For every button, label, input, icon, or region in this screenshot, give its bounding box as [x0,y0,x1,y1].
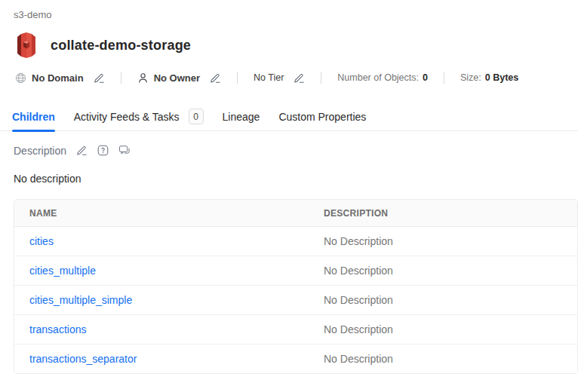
domain-label: No Domain [32,72,84,84]
child-link[interactable]: cities [29,235,54,247]
divider [237,72,238,84]
request-description-button[interactable] [97,145,109,156]
child-link[interactable]: transactions_separator [29,353,137,365]
column-header-name: NAME [14,200,309,227]
globe-icon [15,72,26,84]
breadcrumb: s3-demo [0,0,578,20]
tab-label: Children [12,111,55,123]
user-icon [137,72,149,84]
edit-description-button[interactable] [76,145,88,156]
s3-bucket-icon [15,32,38,58]
child-link[interactable]: cities_multiple_simple [29,294,132,306]
edit-owner-button[interactable] [210,72,221,84]
table-row: cities_multiple No Description [14,256,577,286]
comments-icon [118,145,131,156]
child-description: No Description [309,256,577,286]
size-label: Size: [460,72,481,83]
owner-label: No Owner [154,72,200,84]
column-header-description: DESCRIPTION [309,200,577,227]
breadcrumb-service-link[interactable]: s3-demo [14,9,52,20]
edit-pencil-icon [210,72,221,84]
divider [444,72,444,84]
table-row: transactions_separator No Description [14,345,577,374]
table-row: cities No Description [14,227,577,256]
tab-lineage[interactable]: Lineage [223,103,260,131]
tab-label: Activity Feeds & Tasks [74,111,180,123]
table-row: cities_multiple_simple No Description [14,286,577,315]
size-info: Size: 0 Bytes [460,72,518,83]
tier-info: No Tier [254,72,305,84]
question-icon [97,145,109,156]
edit-tier-button[interactable] [294,72,305,84]
tab-children[interactable]: Children [12,103,55,131]
description-label: Description [14,145,66,157]
tab-bar: Children Activity Feeds & Tasks 0 Lineag… [0,103,578,131]
divider [321,72,321,84]
child-description: No Description [309,345,577,374]
tier-label: No Tier [254,72,284,83]
table-header-row: NAME DESCRIPTION [14,200,577,227]
child-description: No Description [309,286,577,315]
table-row: transactions No Description [14,315,577,345]
entity-header: collate-demo-storage [0,32,578,58]
edit-pencil-icon [294,72,305,84]
objects-value: 0 [423,72,428,83]
activity-count-badge: 0 [189,109,204,124]
description-header: Description [14,144,578,157]
objects-label: Number of Objects: [337,72,419,83]
domain-info: No Domain [15,72,105,84]
edit-pencil-icon [76,145,88,156]
tab-label: Custom Properties [278,111,366,123]
edit-pencil-icon [94,72,105,84]
divider [121,72,121,84]
child-link[interactable]: cities_multiple [29,265,96,277]
entity-meta-bar: No Domain No Owner [0,70,578,85]
child-description: No Description [309,315,577,345]
owner-info: No Owner [137,72,221,84]
page-title: collate-demo-storage [51,38,191,54]
children-tab-panel: Description [0,144,578,374]
tab-custom-properties[interactable]: Custom Properties [278,103,366,131]
child-link[interactable]: transactions [29,323,86,335]
description-conversation-button[interactable] [118,145,131,156]
tab-label: Lineage [223,111,260,123]
edit-domain-button[interactable] [94,72,105,84]
description-empty-text: No description [14,173,578,185]
size-value: 0 Bytes [485,72,518,83]
child-description: No Description [309,227,577,256]
container-details-page: s3-demo collate-demo-storage [0,0,578,392]
tab-activity-feeds-tasks[interactable]: Activity Feeds & Tasks 0 [74,103,204,131]
objects-count: Number of Objects: 0 [337,72,428,83]
children-table: NAME DESCRIPTION cities No Description c… [14,199,578,374]
